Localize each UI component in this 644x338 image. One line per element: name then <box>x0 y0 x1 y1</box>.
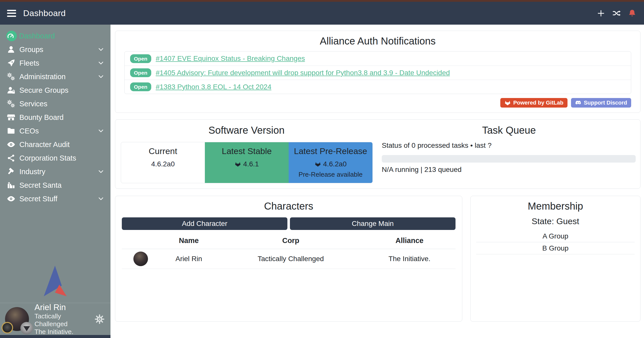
powered-by-gitlab-badge[interactable]: Powered by GitLab <box>500 98 567 108</box>
sidebar-item-ceos[interactable]: CEOs <box>0 124 110 138</box>
user-settings-gear-icon[interactable] <box>95 314 104 324</box>
notifications-title: Alliance Auth Notifications <box>124 35 631 47</box>
support-discord-badge[interactable]: Support Discord <box>571 98 631 108</box>
chevron-down-icon <box>97 127 104 134</box>
add-character-button[interactable]: Add Character <box>122 217 287 230</box>
task-queue-progress-bar <box>382 155 636 163</box>
version-label: Latest Stable <box>205 146 289 156</box>
alliance-logo-badge <box>20 322 33 334</box>
sidebar-item-groups[interactable]: Groups <box>0 43 110 56</box>
character-corp: Tactically Challenged <box>218 249 363 269</box>
page-title: Dashboard <box>23 8 66 18</box>
rocket-icon <box>7 59 17 68</box>
status-badge: Open <box>130 68 151 77</box>
sidebar-item-secure-groups[interactable]: Secure Groups <box>0 83 110 97</box>
badge-label: Powered by GitLab <box>513 100 563 106</box>
notification-link[interactable]: #1405 Advisory: Future development will … <box>156 69 450 77</box>
sidebar-item-bounty-board[interactable]: Bounty Board <box>0 111 110 124</box>
task-queue-status: Status of 0 processed tasks • last ? <box>382 141 636 150</box>
hammer-icon <box>7 167 17 176</box>
sidebar-item-label: Secure Groups <box>19 86 68 94</box>
sidebar-bottom-strip <box>0 335 110 338</box>
version-number: 4.6.1 <box>205 160 289 168</box>
task-queue-counts: N/A running | 213 queued <box>382 166 636 174</box>
folder-icon <box>7 126 17 135</box>
user-name: Ariel Rin <box>34 302 95 312</box>
table-header-row: Name Corp Alliance <box>122 233 456 249</box>
name-column-header: Name <box>160 233 218 249</box>
sidebar-item-character-audit[interactable]: Character Audit <box>0 138 110 151</box>
notifications-footer: Powered by GitLab Support Discord <box>124 98 631 108</box>
change-main-button[interactable]: Change Main <box>290 217 456 230</box>
version-current-cell: Current 4.6.2a0 <box>121 142 205 183</box>
sidebar-item-label: Character Audit <box>19 140 70 149</box>
notification-row: Open #1405 Advisory: Future development … <box>125 66 631 80</box>
notifications-card: Alliance Auth Notifications Open #1407 E… <box>115 31 640 113</box>
user-info: Ariel Rin Tactically Challenged The Init… <box>34 302 95 336</box>
membership-title: Membership <box>476 201 635 212</box>
user-avatar <box>5 307 29 331</box>
user-alliance: The Initiative. <box>34 328 95 336</box>
gitlab-icon <box>315 161 321 167</box>
plus-icon[interactable] <box>597 9 605 18</box>
sidebar-item-industry[interactable]: Industry <box>0 165 110 178</box>
task-queue-body: Status of 0 processed tasks • last ? N/A… <box>378 141 640 174</box>
sidebar-menu: Dashboard Groups Fleets Administration S… <box>0 25 110 206</box>
gears-icon <box>7 72 17 81</box>
corp-column-header: Corp <box>218 233 363 249</box>
hamburger-menu-icon[interactable] <box>7 10 16 17</box>
group-list-item: A Group <box>476 230 635 242</box>
gifts-icon <box>7 181 17 190</box>
characters-table: Name Corp Alliance Ariel Rin Tactically … <box>122 233 456 269</box>
version-text: 4.6.2a0 <box>323 160 347 168</box>
character-name: Ariel Rin <box>160 249 218 269</box>
sidebar-item-services[interactable]: Services <box>0 97 110 111</box>
sidebar-item-secret-stuff[interactable]: Secret Stuff <box>0 192 110 206</box>
status-badge: Open <box>130 82 151 91</box>
version-label: Current <box>121 146 205 156</box>
page: Dashboard Dashboard Groups Fleets <box>0 0 644 338</box>
sidebar-item-label: Groups <box>19 45 43 54</box>
notifications-list: Open #1407 EVE Equinox Status - Breaking… <box>124 51 631 94</box>
shuffle-icon[interactable] <box>612 9 621 18</box>
eye-icon <box>7 194 17 203</box>
character-portrait-cell <box>122 249 160 269</box>
navbar-actions <box>597 9 636 18</box>
chevron-down-icon <box>97 60 104 67</box>
sidebar-item-secret-santa[interactable]: Secret Santa <box>0 178 110 192</box>
notification-link[interactable]: #1383 Python 3.8 EOL - 14 Oct 2024 <box>156 83 272 91</box>
notification-row: Open #1383 Python 3.8 EOL - 14 Oct 2024 <box>125 80 631 94</box>
sidebar-item-label: Secret Stuff <box>19 195 57 203</box>
chevron-down-icon <box>97 195 104 202</box>
version-label: Latest Pre-Release <box>289 146 372 156</box>
version-text: 4.6.1 <box>243 160 259 168</box>
storefront-icon <box>7 113 17 122</box>
notification-link[interactable]: #1407 EVE Equinox Status - Breaking Chan… <box>156 55 305 63</box>
sidebar: Dashboard Groups Fleets Administration S… <box>0 25 110 338</box>
portrait-column-header <box>122 233 160 249</box>
version-number: 4.6.2a0 <box>121 160 205 168</box>
sidebar-item-administration[interactable]: Administration <box>0 70 110 83</box>
version-box: Current 4.6.2a0 Latest Stable 4.6.1 Late… <box>121 142 373 183</box>
sidebar-item-corporation-stats[interactable]: Corporation Stats <box>0 151 110 165</box>
user-lock-icon <box>7 86 17 95</box>
gitlab-icon <box>235 161 241 167</box>
sidebar-item-label: Dashboard <box>19 32 55 40</box>
status-badge: Open <box>130 54 151 63</box>
characters-buttons: Add Character Change Main <box>122 217 456 230</box>
membership-card: Membership State: Guest A Group B Group <box>470 196 640 322</box>
sidebar-item-label: Corporation Stats <box>19 154 76 162</box>
sidebar-item-label: Services <box>19 100 47 108</box>
badge-label: Support Discord <box>584 100 627 106</box>
sidebar-item-label: Industry <box>19 168 45 176</box>
alliance-auth-logo <box>40 265 69 297</box>
sidebar-item-fleets[interactable]: Fleets <box>0 56 110 70</box>
eye-icon <box>7 140 17 149</box>
sidebar-item-dashboard[interactable]: Dashboard <box>0 29 110 43</box>
version-prerelease-cell: Latest Pre-Release 4.6.2a0 Pre-Release a… <box>289 142 372 183</box>
bell-icon[interactable] <box>628 9 636 18</box>
sidebar-item-label: Administration <box>19 73 66 81</box>
sidebar-item-label: CEOs <box>19 127 39 135</box>
gitlab-icon <box>504 100 511 106</box>
top-navbar: Dashboard <box>0 0 644 25</box>
